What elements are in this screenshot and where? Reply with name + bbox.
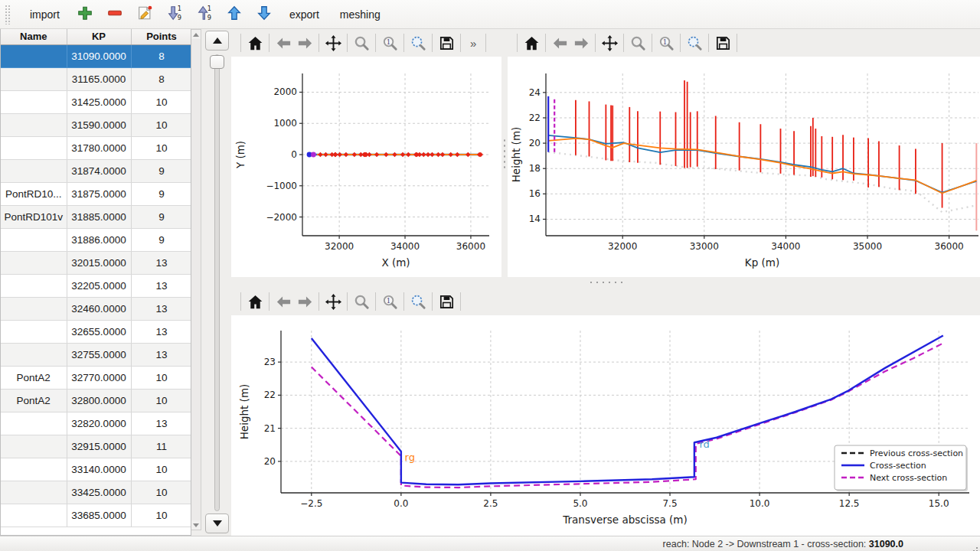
table-scrollbar[interactable] [191, 29, 201, 530]
table-cell[interactable]: PontRD10... [1, 182, 67, 205]
table-cell[interactable] [1, 458, 67, 481]
forward-button[interactable] [294, 291, 315, 312]
table-row[interactable]: PontRD10...31875.00009 [1, 182, 191, 205]
table-cell[interactable] [1, 412, 67, 435]
scrollbar-up-button[interactable] [191, 30, 201, 39]
zoom-select-button[interactable] [407, 291, 429, 312]
table-cell[interactable] [1, 44, 67, 67]
table-cell[interactable]: 10 [131, 504, 191, 527]
cross-section-plot[interactable]: −2.50.02.55.07.510.012.515.020212223Tran… [231, 315, 980, 536]
table-row[interactable]: 31425.000010 [1, 90, 191, 113]
table-cell[interactable]: 10 [131, 389, 191, 412]
scrollbar-trough[interactable] [191, 39, 201, 520]
table-cell[interactable]: 32770.0000 [67, 366, 131, 389]
table-row[interactable]: 31780.000010 [1, 136, 191, 159]
table-row[interactable]: 31090.00008 [1, 44, 191, 67]
table-row[interactable]: 33140.000010 [1, 458, 191, 481]
vertical-splitter[interactable] [501, 29, 508, 277]
table-cell[interactable]: 32800.0000 [67, 389, 131, 412]
save-button[interactable] [712, 32, 733, 54]
table-cell[interactable]: 32755.0000 [67, 343, 131, 366]
zoom-one-button[interactable]: 1 [655, 32, 677, 54]
slider-up-button[interactable] [205, 31, 229, 51]
table-row[interactable]: 32205.000013 [1, 274, 191, 297]
import-button[interactable]: import [25, 5, 64, 24]
table-cell[interactable]: 31874.0000 [67, 159, 131, 182]
pan-button[interactable] [322, 291, 344, 312]
table-cell[interactable] [1, 251, 67, 274]
table-cell[interactable]: 8 [131, 67, 191, 90]
table-cell[interactable]: 11 [131, 435, 191, 458]
profile-plot[interactable]: 3200033000340003500036000242220181614Kp … [508, 57, 980, 277]
table-cell[interactable] [1, 343, 67, 366]
sort-ascending-button[interactable]: 19 [195, 5, 214, 24]
table-cell[interactable]: 13 [131, 343, 191, 366]
forward-button[interactable] [570, 32, 592, 54]
table-cell[interactable]: 9 [131, 182, 191, 205]
column-header-name[interactable]: Name [1, 29, 67, 44]
column-header-kp[interactable]: KP [67, 29, 131, 44]
table-row[interactable]: 33685.000010 [1, 504, 191, 527]
table-cell[interactable]: 31875.0000 [67, 182, 131, 205]
table-cell[interactable]: 32015.0000 [67, 251, 131, 274]
scrollbar-down-button[interactable] [191, 520, 201, 530]
table-row[interactable]: 32460.000013 [1, 297, 191, 320]
resize-grip[interactable] [976, 547, 978, 549]
move-up-button[interactable] [225, 5, 243, 24]
horizontal-splitter[interactable] [231, 277, 980, 288]
table-cell[interactable]: 32460.0000 [67, 297, 131, 320]
table-row[interactable]: 32015.000013 [1, 251, 191, 274]
table-cell[interactable]: 10 [131, 113, 191, 136]
zoom-select-button[interactable] [407, 32, 429, 54]
table-cell[interactable]: 10 [131, 90, 191, 113]
table-row[interactable]: 32755.000013 [1, 343, 191, 366]
table-cell[interactable]: 33685.0000 [67, 504, 131, 527]
forward-button[interactable] [294, 32, 315, 54]
table-cell[interactable]: 31090.0000 [67, 44, 131, 67]
save-button[interactable] [436, 291, 457, 312]
table-cell[interactable]: 31590.0000 [67, 113, 131, 136]
table-cell[interactable]: 32820.0000 [67, 412, 131, 435]
toolbar-drag-handle[interactable] [5, 5, 11, 24]
table-cell[interactable] [1, 228, 67, 251]
meshing-button[interactable]: meshing [335, 5, 385, 24]
back-button[interactable] [273, 32, 294, 54]
table-row[interactable]: 33425.000010 [1, 481, 191, 504]
table-row[interactable]: 32915.000011 [1, 435, 191, 458]
pan-button[interactable] [599, 32, 620, 54]
table-row[interactable]: 31590.000010 [1, 113, 191, 136]
table-cell[interactable] [1, 481, 67, 504]
slider-thumb[interactable] [210, 55, 224, 69]
table-cell[interactable] [1, 274, 67, 297]
table-cell[interactable] [1, 320, 67, 343]
table-cell[interactable]: 10 [131, 481, 191, 504]
table-cell[interactable]: 32205.0000 [67, 274, 131, 297]
table-cell[interactable]: 33425.0000 [67, 481, 131, 504]
table-cell[interactable]: 9 [131, 159, 191, 182]
table-cell[interactable]: PontA2 [1, 389, 67, 412]
table-cell[interactable]: 9 [131, 205, 191, 228]
table-cell[interactable]: 13 [131, 274, 191, 297]
table-cell[interactable] [1, 67, 67, 90]
zoom-one-button[interactable]: 1 [379, 291, 400, 312]
table-row[interactable]: 31874.00009 [1, 159, 191, 182]
zoom-select-button[interactable] [684, 32, 705, 54]
table-row[interactable]: PontA232770.000010 [1, 366, 191, 389]
table-cell[interactable] [1, 136, 67, 159]
zoom-one-button[interactable]: 1 [379, 32, 400, 54]
table-cell[interactable]: 10 [131, 366, 191, 389]
table-cell[interactable] [1, 159, 67, 182]
table-cell[interactable]: 32915.0000 [67, 435, 131, 458]
table-cell[interactable]: 31165.0000 [67, 67, 131, 90]
table-cell[interactable]: 31425.0000 [67, 90, 131, 113]
sort-descending-button[interactable]: 19 [165, 5, 184, 24]
table-cell[interactable]: 9 [131, 228, 191, 251]
save-button[interactable] [436, 32, 457, 54]
table-cell[interactable]: 31886.0000 [67, 228, 131, 251]
home-button[interactable] [244, 291, 266, 312]
table-cell[interactable]: 31780.0000 [67, 136, 131, 159]
table-cell[interactable]: 10 [131, 136, 191, 159]
table-row[interactable]: PontRD101v31885.00009 [1, 205, 191, 228]
table-cell[interactable] [1, 90, 67, 113]
table-row[interactable]: 31886.00009 [1, 228, 191, 251]
